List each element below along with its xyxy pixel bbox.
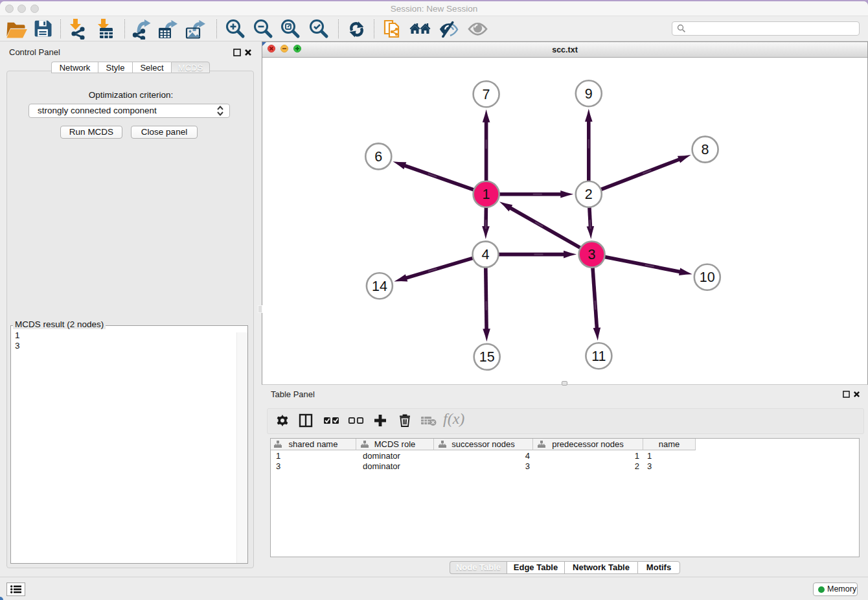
svg-text:15: 15: [479, 349, 495, 365]
svg-text:11: 11: [591, 349, 606, 364]
svg-text:2: 2: [585, 187, 593, 202]
svg-text:1: 1: [483, 187, 490, 202]
svg-text:7: 7: [483, 87, 490, 102]
svg-text:10: 10: [700, 270, 715, 285]
svg-text:9: 9: [585, 86, 593, 102]
svg-text:8: 8: [702, 142, 709, 157]
svg-text:4: 4: [482, 247, 490, 262]
svg-text:3: 3: [588, 247, 596, 262]
svg-text:14: 14: [372, 279, 387, 294]
svg-text:6: 6: [374, 149, 382, 165]
